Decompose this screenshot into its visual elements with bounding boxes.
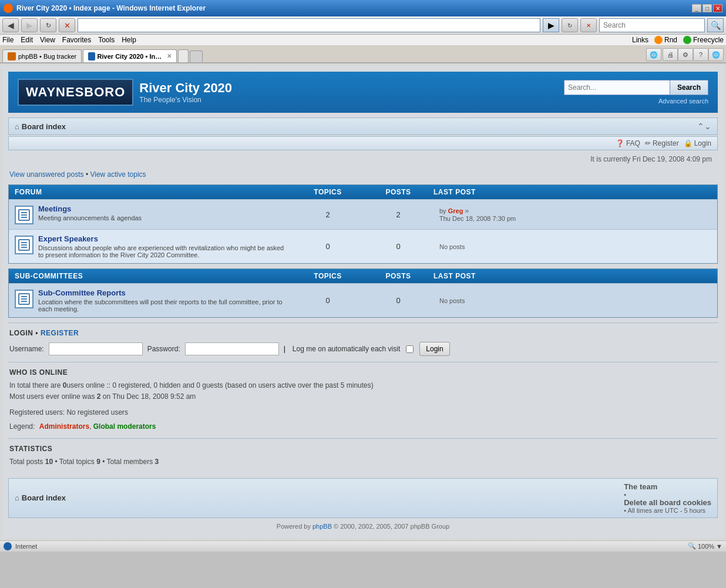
freecycle-link[interactable]: Freecycle: [683, 36, 724, 44]
subcommittees-posts-header: POSTS: [363, 272, 433, 280]
login-nav-label: Login: [694, 139, 711, 147]
forum-icon-meetings: [15, 206, 33, 224]
experts-lastpost-text: No posts: [439, 243, 465, 250]
login-title: LOGIN • REGISTER: [9, 329, 717, 337]
browser-menubar: File Edit View Favorites Tools Help Link…: [0, 35, 726, 46]
subcommittee-forum-link[interactable]: Sub-Committee Reports: [38, 288, 126, 297]
experts-forum-link[interactable]: Expert Speakers: [38, 234, 98, 243]
tab-empty[interactable]: [178, 49, 189, 62]
forum-search-input[interactable]: [564, 80, 670, 95]
stop2-btn[interactable]: ✕: [580, 18, 597, 32]
meetings-desc: Meeting announcements & agendas: [38, 214, 142, 221]
delete-cookies-link[interactable]: Delete all board cookies: [624, 498, 711, 507]
login-title-text: LOGIN: [9, 329, 33, 337]
refresh2-btn[interactable]: ↻: [562, 18, 578, 32]
forum-icon-line: [21, 298, 27, 300]
phpbb-copyright: © 2000, 2002, 2005, 2007 phpBB Group: [334, 523, 449, 530]
datetime-text: It is currently Fri Dec 19, 2008 4:09 pm: [590, 155, 712, 163]
subcommittees-lastpost-header: LAST POST: [433, 272, 711, 280]
page-wrapper: WAYNESBORO River City 2020 The People's …: [0, 63, 726, 540]
statistics-section: STATISTICS Total posts 10 • Total topics…: [8, 438, 718, 473]
total-members-label: Total members: [106, 458, 153, 466]
register-label: Register: [653, 139, 679, 147]
new-tab-btn[interactable]: [190, 51, 203, 62]
powered-by: Powered by phpBB © 2000, 2002, 2005, 200…: [8, 518, 718, 532]
view-active-link[interactable]: View active topics: [90, 170, 146, 179]
browser-search-input[interactable]: [599, 18, 705, 32]
collapse-btn[interactable]: ⌃⌄: [697, 122, 711, 131]
subcommittees-col-header: SUB-COMMITTEES: [15, 272, 293, 280]
lastpost-arrow: »: [465, 207, 469, 215]
topics-col-header: TOPICS: [293, 188, 363, 196]
footer-board-index-label: Board index: [22, 493, 66, 502]
zoom-icon: 🔍: [688, 542, 696, 550]
rnd-link[interactable]: Rnd: [654, 36, 677, 44]
forward-btn[interactable]: ▶: [21, 18, 38, 32]
maximize-btn[interactable]: □: [703, 4, 712, 12]
password-input[interactable]: [185, 342, 279, 355]
lastpost-date: Thu Dec 18, 2008 7:30 pm: [439, 215, 516, 222]
menu-view[interactable]: View: [40, 36, 55, 44]
menu-file[interactable]: File: [2, 36, 14, 44]
browser-tools-btn[interactable]: ⚙: [678, 48, 693, 61]
login-button[interactable]: Login: [419, 342, 449, 356]
footer-board-icon: ⌂: [15, 493, 19, 502]
menu-help[interactable]: Help: [122, 36, 136, 44]
meetings-lastpost: by Greg » Thu Dec 18, 2008 7:30 pm: [433, 202, 717, 227]
experts-desc: Discussions about people who are experie…: [38, 244, 287, 258]
board-index-icon: ⌂: [15, 122, 19, 131]
username-label: Username:: [9, 345, 44, 353]
board-index-link[interactable]: ⌂ Board index: [15, 122, 66, 131]
footer-board-index-link[interactable]: ⌂ Board index: [15, 493, 66, 502]
menu-edit[interactable]: Edit: [21, 36, 33, 44]
zoom-chevron: ▼: [716, 543, 722, 550]
view-unanswered-link[interactable]: View unanswered posts: [9, 170, 84, 179]
posts-col-header: POSTS: [363, 188, 433, 196]
login-nav-link[interactable]: 🔒 Login: [684, 139, 711, 147]
internet-icon: [4, 542, 12, 550]
register-title-link[interactable]: REGISTER: [41, 329, 79, 337]
menu-favorites[interactable]: Favorites: [62, 36, 91, 44]
register-icon: ✏: [645, 139, 651, 147]
view-links: View unanswered posts • View active topi…: [8, 168, 718, 181]
menu-tools[interactable]: Tools: [98, 36, 115, 44]
forum-search-button[interactable]: Search: [670, 80, 708, 95]
legend-label: Legend:: [9, 422, 35, 431]
register-link[interactable]: ✏ Register: [645, 139, 679, 147]
team-link[interactable]: The team: [624, 482, 711, 491]
phpbb-link[interactable]: phpBB: [312, 523, 332, 530]
browser-statusbar: Internet 🔍 100% ▼: [0, 540, 726, 552]
faq-link[interactable]: ❓ FAQ: [616, 139, 640, 147]
tab-close-btn[interactable]: ✕: [167, 53, 172, 59]
username-input[interactable]: [49, 342, 143, 355]
total-posts-count: 10: [45, 458, 53, 466]
refresh-btn[interactable]: ↻: [40, 18, 56, 32]
meetings-forum-link[interactable]: Meetings: [38, 204, 71, 213]
browser-menu-btn[interactable]: 🌐: [646, 48, 661, 61]
forum-search-row: Search: [564, 80, 708, 95]
go-btn[interactable]: ▶: [543, 18, 559, 32]
minimize-btn[interactable]: _: [692, 4, 701, 12]
browser-search-btn[interactable]: 🔍: [707, 18, 724, 32]
statistics-title: STATISTICS: [9, 445, 717, 453]
address-bar[interactable]: [78, 18, 540, 32]
tab-rivercity[interactable]: River City 2020 • Index p... ✕: [83, 49, 177, 62]
autologin-checkbox[interactable]: [406, 345, 414, 353]
browser-help-btn[interactable]: ?: [693, 48, 708, 61]
moderators-link[interactable]: Global moderators: [93, 422, 156, 431]
advanced-search-link[interactable]: Advanced search: [658, 98, 708, 105]
browser-extra-btn[interactable]: 🌐: [708, 48, 724, 61]
close-btn[interactable]: ✕: [713, 4, 722, 12]
administrators-link[interactable]: Administrators: [39, 422, 89, 431]
tab-phpbb[interactable]: phpBB • Bug tracker: [2, 49, 82, 62]
experts-posts-count: 0: [363, 237, 433, 256]
window-controls[interactable]: _ □ ✕: [692, 4, 722, 12]
back-btn[interactable]: ◀: [2, 18, 19, 32]
zoom-control[interactable]: 🔍 100% ▼: [688, 542, 722, 550]
browser-print-btn[interactable]: 🖨: [663, 48, 678, 61]
stop-btn[interactable]: ✕: [59, 18, 75, 32]
forum-icon-line: [21, 247, 27, 248]
lastpost-author-link[interactable]: Greg: [448, 207, 463, 214]
links-label: Links: [632, 36, 648, 44]
rivercity-tab-favicon: [88, 52, 95, 61]
